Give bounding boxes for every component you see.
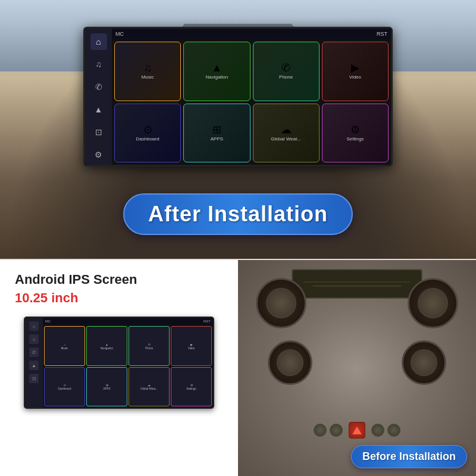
phone-tile[interactable]: ✆ Phone bbox=[253, 42, 320, 101]
mini-music-icon: ♫ bbox=[29, 334, 39, 344]
left-vent bbox=[256, 278, 306, 328]
music-tile[interactable]: ♫ Music bbox=[114, 42, 181, 101]
mini-app-grid: ♫ Music ▲ Navigation ✆ Phone ▶ bbox=[43, 325, 213, 408]
mini-dashboard-icon-glyph: ⊙ bbox=[64, 383, 66, 387]
mini-status-left: MC bbox=[45, 320, 51, 323]
hazard-triangle-icon bbox=[352, 427, 362, 434]
mini-dashboard-tile: ⊙ Dashboard bbox=[44, 367, 85, 407]
bottom-left-vent bbox=[268, 340, 312, 385]
car-sidebar-icon: ⊡ bbox=[90, 124, 107, 140]
screen-size-label: 10.25 inch bbox=[15, 290, 223, 306]
apps-tile-label: APPS bbox=[211, 136, 223, 142]
bottom-right-vent bbox=[402, 340, 446, 385]
apps-tile[interactable]: ⊞ APPS bbox=[183, 104, 250, 163]
after-installation-text: After Installation bbox=[148, 202, 328, 226]
mini-car-icon: ⊡ bbox=[29, 374, 39, 383]
mini-phone-tile: ✆ Phone bbox=[129, 326, 170, 366]
mini-settings-tile: ⚙ Settings bbox=[171, 367, 212, 407]
bottom-section: Android IPS Screen 10.25 inch ⌂ ♫ ✆ ▲ ⊡ … bbox=[0, 259, 476, 476]
status-left: MC bbox=[115, 31, 124, 37]
android-ips-label: Android IPS Screen bbox=[15, 272, 223, 287]
dashboard-tile-label: Dashboard bbox=[136, 136, 159, 142]
mini-weather-tile: ☁ Global Weat... bbox=[129, 367, 170, 407]
mini-music-icon-glyph: ♫ bbox=[64, 343, 66, 346]
control-row bbox=[314, 422, 400, 439]
home-icon: ⌂ bbox=[90, 33, 107, 50]
screen-inner: ⌂ ♫ ✆ ▲ ⊡ ⚙ MC RST ♫ Music ▲ bbox=[85, 29, 391, 165]
bottom-right: Before Installation bbox=[238, 260, 476, 476]
right-vent bbox=[408, 278, 458, 328]
mini-dashboard-label: Dashboard bbox=[58, 387, 71, 390]
before-installation-banner: Before Installation bbox=[351, 445, 467, 468]
mini-nav-icon-glyph: ▲ bbox=[105, 343, 108, 346]
before-bg bbox=[238, 260, 476, 476]
mini-settings-icon-glyph: ⚙ bbox=[190, 383, 193, 387]
nav-tile-icon: ▲ bbox=[211, 62, 222, 73]
screen-main: MC RST ♫ Music ▲ Navigation ✆ Phone bbox=[112, 29, 391, 165]
nav-sidebar-icon: ▲ bbox=[90, 101, 107, 118]
car-screen: ⌂ ♫ ✆ ▲ ⊡ ⚙ MC RST ♫ Music ▲ bbox=[83, 27, 393, 167]
ctrl-btn-2 bbox=[330, 424, 343, 437]
app-grid: ♫ Music ▲ Navigation ✆ Phone ▶ Video bbox=[112, 39, 391, 165]
mini-video-label: Video bbox=[188, 347, 195, 350]
hazard-button bbox=[349, 422, 365, 439]
status-right: RST bbox=[377, 31, 387, 37]
mini-status-right: RST bbox=[203, 320, 211, 323]
weather-tile[interactable]: ☁ Global Weat... bbox=[253, 104, 320, 163]
settings-tile-label: Settings bbox=[346, 136, 364, 142]
screen-sidebar: ⌂ ♫ ✆ ▲ ⊡ ⚙ bbox=[85, 29, 112, 165]
settings-tile-icon: ⚙ bbox=[350, 124, 360, 135]
mini-statusbar: MC RST bbox=[43, 318, 213, 325]
ctrl-btn-1 bbox=[314, 424, 327, 437]
mini-apps-tile: ⊞ APPS bbox=[86, 367, 127, 407]
dashboard-tile-icon: ⊙ bbox=[143, 124, 152, 135]
weather-tile-icon: ☁ bbox=[281, 124, 292, 135]
music-sidebar-icon: ♫ bbox=[90, 56, 107, 73]
phone-tile-icon: ✆ bbox=[281, 62, 290, 73]
mini-home-icon: ⌂ bbox=[29, 321, 39, 331]
cd-slot-line1 bbox=[303, 281, 411, 283]
top-section: ⌂ ♫ ✆ ▲ ⊡ ⚙ MC RST ♫ Music ▲ bbox=[0, 0, 476, 259]
mini-nav-label: Navigation bbox=[101, 347, 113, 350]
mini-weather-icon-glyph: ☁ bbox=[148, 383, 151, 387]
cd-slot-line2 bbox=[312, 285, 402, 287]
bottom-left: Android IPS Screen 10.25 inch ⌂ ♫ ✆ ▲ ⊡ … bbox=[0, 260, 238, 476]
mini-settings-label: Settings bbox=[186, 387, 196, 390]
mini-video-icon-glyph: ▶ bbox=[190, 343, 193, 346]
mini-screen-wrapper: ⌂ ♫ ✆ ▲ ⊡ MC RST ♫ Music bbox=[15, 317, 223, 409]
mini-nav-icon: ▲ bbox=[29, 361, 39, 370]
phone-sidebar-icon: ✆ bbox=[90, 79, 107, 95]
cd-slot bbox=[292, 269, 422, 299]
mini-weather-label: Global Weat... bbox=[140, 387, 157, 390]
mini-phone-icon-glyph: ✆ bbox=[148, 343, 151, 346]
ctrl-btn-4 bbox=[387, 424, 400, 437]
phone-tile-label: Phone bbox=[279, 74, 293, 80]
before-installation-text: Before Installation bbox=[362, 450, 456, 462]
mini-sidebar: ⌂ ♫ ✆ ▲ ⊡ bbox=[25, 318, 43, 408]
mini-nav-tile: ▲ Navigation bbox=[86, 326, 127, 366]
apps-tile-icon: ⊞ bbox=[212, 124, 221, 135]
video-tile-label: Video bbox=[349, 74, 361, 80]
nav-tile-label: Navigation bbox=[205, 74, 228, 80]
status-bar: MC RST bbox=[112, 29, 391, 39]
weather-tile-label: Global Weat... bbox=[271, 136, 301, 142]
mini-phone-label: Phone bbox=[145, 347, 153, 350]
mini-phone-icon: ✆ bbox=[29, 347, 39, 357]
mini-music-label: Music bbox=[61, 347, 68, 350]
dashboard-tile[interactable]: ⊙ Dashboard bbox=[114, 104, 181, 163]
music-tile-icon: ♫ bbox=[143, 62, 152, 73]
video-tile[interactable]: ▶ Video bbox=[322, 42, 389, 101]
nav-tile[interactable]: ▲ Navigation bbox=[183, 42, 250, 101]
mini-apps-icon-glyph: ⊞ bbox=[106, 383, 108, 387]
after-installation-banner: After Installation bbox=[123, 193, 353, 235]
settings-tile[interactable]: ⚙ Settings bbox=[322, 104, 389, 163]
mini-main: MC RST ♫ Music ▲ Navigation ✆ bbox=[43, 318, 213, 408]
settings-sidebar-icon: ⚙ bbox=[90, 146, 107, 163]
mini-music-tile: ♫ Music bbox=[44, 326, 85, 366]
music-tile-label: Music bbox=[142, 74, 154, 80]
video-tile-icon: ▶ bbox=[351, 62, 359, 73]
mini-video-tile: ▶ Video bbox=[171, 326, 212, 366]
mini-apps-label: APPS bbox=[103, 387, 110, 390]
ctrl-btn-3 bbox=[371, 424, 384, 437]
mini-screen: ⌂ ♫ ✆ ▲ ⊡ MC RST ♫ Music bbox=[24, 317, 214, 409]
